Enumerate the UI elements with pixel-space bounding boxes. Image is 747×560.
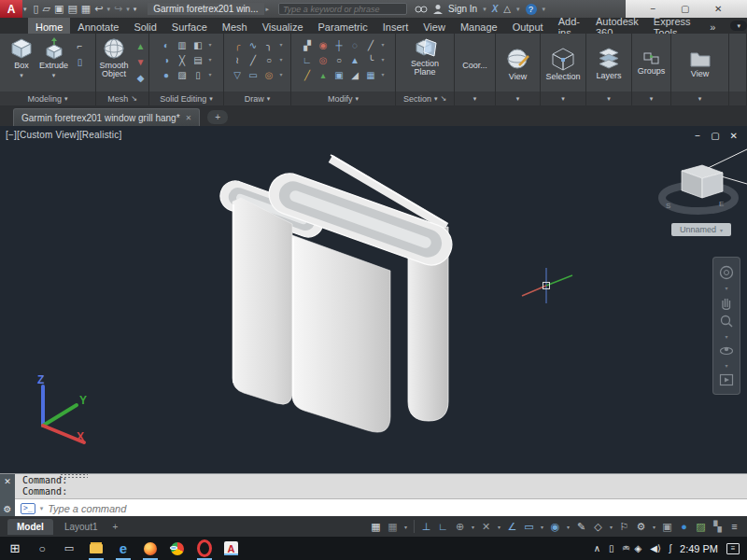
modify-rotate3d-icon[interactable]: ◉ xyxy=(316,38,331,52)
doc-title-flyout-icon[interactable]: ▸ xyxy=(266,6,270,13)
polysolid-icon[interactable]: ⌐ xyxy=(73,39,87,53)
dynamic-input-icon[interactable]: ▭ xyxy=(522,519,536,534)
sign-in-button[interactable]: Sign In xyxy=(448,4,477,14)
command-input[interactable] xyxy=(48,503,747,514)
dropbox-icon[interactable]: ◈ xyxy=(635,543,642,553)
model-tab[interactable]: Model xyxy=(7,519,53,535)
minimize-button[interactable]: − xyxy=(651,4,656,14)
modify-rotate-icon[interactable]: ◎ xyxy=(316,53,331,67)
modify-move-icon[interactable]: ┼ xyxy=(331,38,346,52)
sweep-icon[interactable]: ╳ xyxy=(175,53,190,67)
qat-redo-dropdown-icon[interactable]: ▾ xyxy=(126,0,130,18)
tab-mesh[interactable]: Mesh xyxy=(215,18,255,34)
qat-saveas-icon[interactable]: ▤ xyxy=(67,0,77,18)
extrude-tool-button[interactable]: Extrude ▾ xyxy=(37,35,70,81)
modify-align-icon[interactable]: ◌ xyxy=(347,38,362,52)
osnap3d-dropdown-icon[interactable]: ▾ xyxy=(496,519,502,534)
coordinates-expand[interactable]: ▾ xyxy=(455,91,495,105)
draw-rectangle-icon[interactable]: ▭ xyxy=(246,68,261,82)
autocad-logo-icon[interactable]: A xyxy=(0,0,22,18)
box-tool-button[interactable]: Box ▾ xyxy=(8,35,35,81)
draw-dropdown-2-icon[interactable]: ▾ xyxy=(277,53,285,67)
viewport-controls-label[interactable]: [−][Custom View][Realistic] xyxy=(6,130,121,140)
view-tools-expand[interactable]: ▾ xyxy=(671,91,728,105)
app-menu-dropdown-icon[interactable]: ▾ xyxy=(23,6,27,13)
object-snap-icon[interactable]: ∠ xyxy=(505,519,519,534)
exchange-apps-icon[interactable]: X xyxy=(492,4,499,14)
presspull-icon[interactable]: ▯ xyxy=(73,55,87,69)
infer-constraints-icon[interactable]: ⊥ xyxy=(419,519,433,534)
compass-south-label[interactable]: S xyxy=(666,202,670,210)
ribbon-cycle-button[interactable]: ▾ xyxy=(730,21,747,31)
section-plane-button[interactable]: Section Plane xyxy=(409,35,441,78)
help-dropdown-icon[interactable]: ▾ xyxy=(543,6,546,13)
annotation-monitor-icon[interactable]: ▣ xyxy=(660,519,674,534)
modify-pattern-icon[interactable]: ▦ xyxy=(363,68,378,82)
smooth-object-button[interactable]: Smooth Object xyxy=(97,35,131,80)
tray-expand-icon[interactable]: ∧ xyxy=(594,543,600,553)
wifi-icon[interactable]: ))) xyxy=(621,547,627,551)
solid-dropdown-2-icon[interactable]: ▾ xyxy=(206,53,214,67)
document-title[interactable]: Garmin foretrex201 win... xyxy=(148,3,263,15)
panel-footer-draw[interactable]: Draw▾ xyxy=(224,91,290,105)
snap-mode-icon[interactable]: ▦ xyxy=(386,519,400,534)
smooth-more-icon[interactable]: ▲ xyxy=(134,39,148,53)
pen-icon[interactable]: ʃ xyxy=(669,543,671,553)
modify-offset-edge-icon[interactable]: ▴ xyxy=(316,68,331,82)
modify-slice-icon[interactable]: ╱ xyxy=(363,38,378,52)
tab-insert[interactable]: Insert xyxy=(375,18,416,34)
polar-tracking-icon[interactable]: ⊕ xyxy=(453,519,467,534)
modify-extract-edges-icon[interactable]: ∟ xyxy=(300,53,315,67)
panel-footer-solid-editing[interactable]: Solid Editing▾ xyxy=(149,91,223,105)
qat-plot-icon[interactable]: ▦ xyxy=(81,0,91,18)
new-drawing-tab-button[interactable]: + xyxy=(207,110,228,124)
box-dropdown-icon[interactable]: ▾ xyxy=(20,71,23,79)
selection-expand[interactable]: ▾ xyxy=(541,91,585,105)
draw-fillet-curve-icon[interactable]: ╮ xyxy=(261,38,276,52)
modify-chamfer-icon[interactable]: ▞ xyxy=(300,38,315,52)
file-explorer-button[interactable] xyxy=(89,538,104,560)
tab-home[interactable]: Home xyxy=(28,18,70,34)
nav-dropdown-2-icon[interactable]: ▾ xyxy=(725,333,727,340)
file-tab-close-icon[interactable]: ✕ xyxy=(186,114,192,122)
command-customize-icon[interactable]: ⚙ xyxy=(4,504,12,514)
modify-dropdown-2-icon[interactable]: ▾ xyxy=(379,53,387,67)
action-center-icon[interactable]: ≡ xyxy=(726,543,740,554)
dyninput-dropdown-icon[interactable]: ▾ xyxy=(539,519,545,534)
annotation-visibility-icon[interactable]: ◇ xyxy=(591,519,605,534)
view-cube[interactable]: S E xyxy=(662,165,735,211)
vp-restore-icon[interactable]: ▢ xyxy=(711,131,719,141)
hardware-acceleration-icon[interactable]: ● xyxy=(677,519,691,534)
viewcube-ucs-menu[interactable]: Unnamed ▾ xyxy=(671,223,731,236)
slice-icon[interactable]: ▥ xyxy=(175,38,190,52)
sign-in-dropdown-icon[interactable]: ▾ xyxy=(483,6,486,13)
panel-view-tools[interactable]: View ▾ xyxy=(671,34,729,105)
qat-redo-icon[interactable]: ↪ xyxy=(114,0,122,18)
qat-open-icon[interactable]: ▱ xyxy=(43,0,50,18)
command-close-icon[interactable]: ✕ xyxy=(4,477,11,486)
customization-menu-icon[interactable]: ≡ xyxy=(727,519,741,534)
clock[interactable]: 2:49 PM xyxy=(680,543,718,554)
a360-icon[interactable]: △ xyxy=(503,4,511,14)
vp-close-icon[interactable]: ✕ xyxy=(730,131,738,141)
volume-icon[interactable]: ◀⟩ xyxy=(650,543,661,553)
cortana-button[interactable]: ○ xyxy=(35,538,49,560)
solid-dropdown-3-icon[interactable]: ▾ xyxy=(206,68,214,82)
panel-groups[interactable]: Groups ▾ xyxy=(632,34,671,105)
draw-donut-icon[interactable]: ◎ xyxy=(261,68,276,82)
globe-dropdown-icon[interactable]: ▾ xyxy=(565,519,571,534)
tab-view[interactable]: View xyxy=(416,18,453,34)
zoom-icon[interactable] xyxy=(719,314,734,329)
layout1-tab[interactable]: Layout1 xyxy=(55,519,107,535)
draw-revcloud-icon[interactable]: ∿ xyxy=(246,38,261,52)
panel-selection[interactable]: Selection ▾ xyxy=(541,34,586,105)
workspace-dropdown-icon[interactable]: ▾ xyxy=(651,519,657,534)
tab-manage[interactable]: Manage xyxy=(453,18,505,34)
modify-circle-icon[interactable]: ○ xyxy=(331,53,346,67)
union-icon[interactable]: ◐ xyxy=(159,38,174,52)
panel-footer-section[interactable]: Section▾↘ xyxy=(396,91,454,105)
firefox-button[interactable] xyxy=(143,538,158,560)
recent-commands-dropdown-icon[interactable]: ▾ xyxy=(40,505,44,512)
transparency-globe-icon[interactable]: ◉ xyxy=(548,519,562,534)
extrude-face-icon[interactable]: ▤ xyxy=(190,53,205,67)
